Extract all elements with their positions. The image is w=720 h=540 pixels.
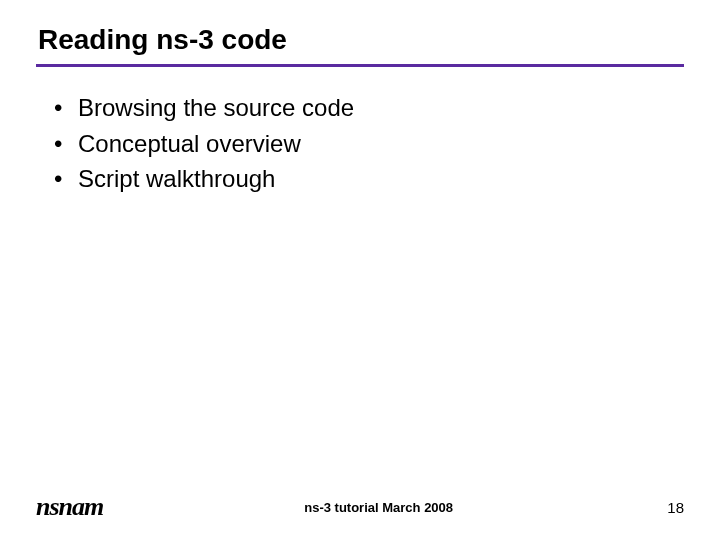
- title-divider: [36, 64, 684, 67]
- slide-title: Reading ns-3 code: [36, 24, 684, 56]
- footer-text: ns-3 tutorial March 2008: [103, 500, 654, 515]
- page-number: 18: [654, 499, 684, 516]
- logo: nsnam: [36, 492, 103, 522]
- list-item: Browsing the source code: [54, 91, 684, 125]
- slide-container: Reading ns-3 code Browsing the source co…: [0, 0, 720, 540]
- bullet-list: Browsing the source code Conceptual over…: [36, 91, 684, 198]
- slide-footer: nsnam ns-3 tutorial March 2008 18: [0, 492, 720, 522]
- list-item: Script walkthrough: [54, 162, 684, 196]
- list-item: Conceptual overview: [54, 127, 684, 161]
